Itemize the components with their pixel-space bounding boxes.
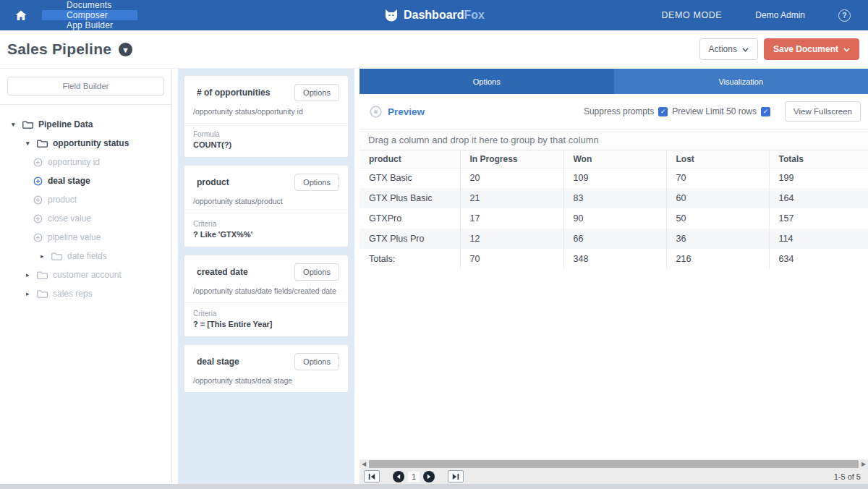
field-card-product[interactable]: productOptions/opportunity status/produc… xyxy=(184,165,349,247)
table-cell: 348 xyxy=(563,249,666,269)
options-button[interactable]: Options xyxy=(294,174,339,191)
table-cell: 20 xyxy=(460,168,563,188)
tree-item-label: date fields xyxy=(67,251,107,261)
folder-icon xyxy=(37,289,48,298)
options-button[interactable]: Options xyxy=(294,353,339,370)
tree-item-pipeline-data[interactable]: ▾Pipeline Data xyxy=(0,115,171,134)
tree-item-label: Pipeline Data xyxy=(38,119,93,129)
field-card-created-date[interactable]: created dateOptions/opportunity status/d… xyxy=(184,255,349,337)
suppress-prompts-checkbox[interactable]: Suppress prompts ✓ xyxy=(584,106,668,116)
save-document-button[interactable]: Save Document xyxy=(764,38,859,60)
first-page-button[interactable] xyxy=(364,470,380,482)
section-value: ? Like 'GTX%%' xyxy=(193,230,339,239)
plus-circle-icon[interactable] xyxy=(33,214,43,224)
tree-item-deal-stage[interactable]: deal stage xyxy=(0,171,171,190)
table-cell: 21 xyxy=(460,188,563,208)
tree-item-date-fields[interactable]: ▸date fields xyxy=(0,247,171,265)
nav-item-documents[interactable]: Documents xyxy=(42,0,137,10)
previous-page-button[interactable] xyxy=(393,471,404,482)
table-cell: 199 xyxy=(769,168,868,188)
field-card-title: created date xyxy=(193,267,248,277)
caret-right-icon[interactable]: ▸ xyxy=(41,252,46,260)
table-header-in-progress[interactable]: In Progress xyxy=(460,150,563,168)
table-cell: 50 xyxy=(666,208,769,229)
last-page-button[interactable] xyxy=(448,470,464,482)
table-row-gtx-plus-pro: GTX Plus Pro126636114 xyxy=(359,229,868,249)
preview-limit-checkbox[interactable]: Preview Limit 50 rows ✓ xyxy=(672,106,770,116)
plus-circle-icon[interactable] xyxy=(33,177,43,186)
field-card-title: # of opportunities xyxy=(193,88,270,98)
table-cell: GTX Plus Basic xyxy=(359,188,460,208)
field-card-criteria-section: Criteria? Like 'GTX%%' xyxy=(184,213,348,247)
title-dropdown-icon[interactable]: ▼ xyxy=(119,43,132,56)
table-cell: 17 xyxy=(460,208,563,229)
caret-down-icon[interactable]: ▾ xyxy=(12,121,17,128)
field-card-deal-stage[interactable]: deal stageOptions/opportunity status/dea… xyxy=(184,344,349,393)
tree-item-sales-reps[interactable]: ▸sales reps xyxy=(0,284,171,303)
tree-item-customer-account[interactable]: ▸customer account xyxy=(0,265,171,284)
tree-item-product[interactable]: product xyxy=(0,190,171,209)
table-cell: 634 xyxy=(769,249,868,269)
tree-item-label: opportunity id xyxy=(48,157,100,167)
table-header-won[interactable]: Won xyxy=(563,150,666,168)
tab-options[interactable]: Options xyxy=(359,69,614,94)
caret-right-icon[interactable]: ▸ xyxy=(26,271,32,278)
view-fullscreen-button[interactable]: View Fullscreen xyxy=(785,101,861,122)
scroll-right-icon[interactable]: ▶ xyxy=(859,459,868,469)
next-page-button[interactable] xyxy=(423,471,435,482)
tree-item-label: customer account xyxy=(53,270,122,280)
horizontal-scrollbar[interactable]: ◀ ▶ xyxy=(359,459,868,469)
field-tree-sidebar: Field Builder ▾Pipeline Data▾opportunity… xyxy=(0,69,172,484)
section-value: ? = [This Entire Year] xyxy=(193,320,339,328)
preview-limit-label: Preview Limit 50 rows xyxy=(672,106,757,116)
table-header-product[interactable]: product xyxy=(359,150,460,168)
nav-item-app-builder[interactable]: App Builder xyxy=(42,20,137,30)
bottom-strip xyxy=(0,484,868,489)
plus-circle-icon[interactable] xyxy=(33,233,43,242)
field-builder-button[interactable]: Field Builder xyxy=(7,77,164,95)
field-card-path: /opportunity status/opportunity id xyxy=(193,107,339,116)
plus-circle-icon[interactable] xyxy=(33,195,43,205)
folder-icon xyxy=(37,139,48,148)
group-by-dropzone[interactable]: Drag a column and drop it here to group … xyxy=(359,129,868,150)
pagination-range-label: 1-5 of 5 xyxy=(834,472,861,481)
section-value: COUNT(?) xyxy=(193,140,339,149)
table-cell: 114 xyxy=(769,229,868,249)
tree-item-pipeline-value[interactable]: pipeline value xyxy=(0,228,171,247)
table-cell: 60 xyxy=(666,188,769,208)
tree-item-close-value[interactable]: close value xyxy=(0,209,171,228)
home-button[interactable] xyxy=(0,0,42,30)
table-cell: GTX Basic xyxy=(359,168,460,188)
user-menu[interactable]: Demo Admin xyxy=(755,10,805,20)
help-icon[interactable]: ? xyxy=(838,9,851,22)
composer-columns-panel: # of opportunitiesOptions/opportunity st… xyxy=(178,69,354,484)
tree-item-opportunity-status[interactable]: ▾opportunity status xyxy=(0,134,171,153)
field-card-of-opportunities[interactable]: # of opportunitiesOptions/opportunity st… xyxy=(184,75,349,158)
field-card-title: product xyxy=(193,177,229,187)
preview-tabs: OptionsVisualization xyxy=(359,69,868,94)
tree-item-opportunity-id[interactable]: opportunity id xyxy=(0,153,171,171)
preview-button-label: Preview xyxy=(388,106,425,117)
options-button[interactable]: Options xyxy=(294,263,339,281)
table-cell: 83 xyxy=(563,188,666,208)
preview-button[interactable]: Preview xyxy=(370,106,425,118)
plus-circle-icon[interactable] xyxy=(33,158,43,167)
section-label: Criteria xyxy=(193,220,339,228)
options-button[interactable]: Options xyxy=(294,84,339,101)
field-card-path: /opportunity status/date fields/created … xyxy=(193,286,339,295)
actions-button[interactable]: Actions xyxy=(699,38,758,60)
table-cell: 109 xyxy=(563,168,666,188)
nav-item-composer[interactable]: Composer xyxy=(42,10,137,20)
tab-visualization[interactable]: Visualization xyxy=(614,69,868,94)
table-header-lost[interactable]: Lost xyxy=(666,150,769,168)
scrollbar-thumb[interactable] xyxy=(369,460,859,468)
caret-down-icon[interactable]: ▾ xyxy=(26,140,32,147)
caret-right-icon[interactable]: ▸ xyxy=(26,290,32,297)
page-title: Sales Pipeline xyxy=(7,41,111,58)
table-row-gtx-plus-basic: GTX Plus Basic218360164 xyxy=(359,188,868,208)
table-header-totals[interactable]: Totals xyxy=(769,150,868,168)
table-cell: 216 xyxy=(666,249,769,269)
scroll-left-icon[interactable]: ◀ xyxy=(359,459,368,469)
brand-name-bold: Dashboard xyxy=(404,9,464,22)
chevron-down-icon xyxy=(742,46,749,53)
